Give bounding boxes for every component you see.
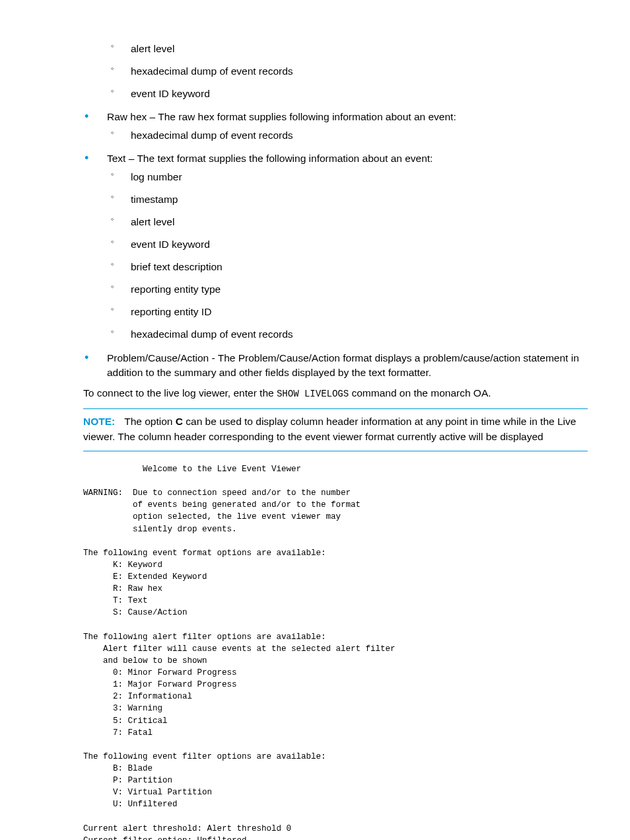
note-block: NOTE:The option C can be used to display…	[83, 408, 588, 451]
list-item: log number	[107, 171, 588, 184]
page-container: alert level hexadecimal dump of event re…	[0, 0, 630, 840]
list-text: Problem/Cause/Action - The Problem/Cause…	[107, 352, 579, 378]
text: command on the monarch OA.	[349, 387, 491, 399]
code-block: Welcome to the Live Event Viewer WARNING…	[83, 463, 588, 840]
list-item: timestamp	[107, 193, 588, 206]
list-item: hexadecimal dump of event records	[107, 129, 588, 142]
content-area: alert level hexadecimal dump of event re…	[40, 42, 590, 840]
inline-command: SHOW LIVELOGS	[277, 389, 349, 399]
sublist: hexadecimal dump of event records	[107, 129, 588, 142]
connect-paragraph: To connect to the live log viewer, enter…	[83, 386, 588, 401]
note-label: NOTE:	[83, 416, 115, 427]
list-item: hexadecimal dump of event records	[107, 328, 588, 341]
note-text: The option	[124, 416, 176, 427]
list-item: reporting entity ID	[107, 305, 588, 319]
list-item: hexadecimal dump of event records	[107, 65, 588, 78]
list-text: Raw hex – The raw hex format supplies fo…	[107, 111, 456, 122]
main-list: Raw hex – The raw hex format supplies fo…	[83, 110, 588, 380]
list-item-pca: Problem/Cause/Action - The Problem/Cause…	[83, 351, 588, 381]
sublist: log number timestamp alert level event I…	[107, 171, 588, 342]
list-item: alert level	[107, 215, 588, 229]
list-item: alert level	[107, 42, 588, 56]
list-item: brief text description	[107, 260, 588, 274]
orphan-sublist: alert level hexadecimal dump of event re…	[83, 42, 588, 100]
text: To connect to the live log viewer, enter…	[83, 387, 277, 399]
list-item: event ID keyword	[107, 238, 588, 251]
list-item-text: Text – The text format supplies the foll…	[83, 151, 588, 342]
list-item-rawhex: Raw hex – The raw hex format supplies fo…	[83, 110, 588, 142]
list-item: event ID keyword	[107, 87, 588, 100]
list-item: reporting entity type	[107, 283, 588, 296]
note-option: C	[176, 416, 183, 427]
list-text: Text – The text format supplies the foll…	[107, 153, 433, 164]
